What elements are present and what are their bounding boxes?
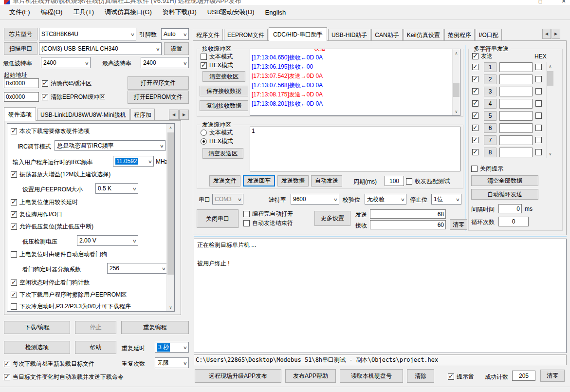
multi-string-scrollbar[interactable]: [546, 62, 554, 158]
beep-row[interactable]: 提示音: [448, 373, 474, 381]
menu-usb-driver[interactable]: USB驱动安装(D): [202, 8, 260, 17]
tab-eeprom-file[interactable]: EEPROM文件: [224, 29, 268, 41]
tab-usb-hid[interactable]: USB-HID助手: [328, 29, 370, 41]
tab-can[interactable]: CAN助手: [371, 29, 402, 41]
modify-hardware-checkbox[interactable]: [11, 128, 17, 134]
multi-send-7-button[interactable]: 7: [484, 135, 496, 145]
irc-mode-select[interactable]: 总是动态调节IRC频率: [55, 140, 165, 151]
clear-status-button[interactable]: 清除: [407, 369, 434, 383]
tab-program-file[interactable]: 程序文件: [193, 29, 223, 41]
lvr-checkbox[interactable]: [11, 224, 17, 230]
autoload-checkbox[interactable]: [4, 374, 10, 380]
send-file-button[interactable]: 发送文件: [209, 175, 240, 187]
menu-debug-interface[interactable]: 调试仿真接口(G): [99, 8, 157, 17]
check-options-button[interactable]: 检测选项: [4, 341, 70, 354]
menu-program[interactable]: 编程(O): [36, 8, 68, 17]
multi-hex-checkbox[interactable]: [535, 149, 542, 155]
scrollbar-thumb[interactable]: [547, 71, 553, 86]
option-erase-eeprom[interactable]: 下次下载用户程序时擦除用户EEPROM区: [11, 291, 127, 299]
maximize-button[interactable]: [531, 0, 550, 5]
multi-string-input[interactable]: [499, 123, 533, 133]
option-lvr[interactable]: 允许低压复位(禁止低压中断): [11, 223, 93, 231]
publish-app-button[interactable]: 远程现场升级APP发布: [195, 369, 281, 383]
multi-send-2-button[interactable]: 2: [484, 75, 496, 84]
multi-send-8-button[interactable]: 8: [484, 148, 496, 157]
close-button[interactable]: [554, 0, 570, 5]
option-wdt-auto[interactable]: 上电复位时由硬件自动启动看门狗: [11, 250, 107, 259]
com-port-select[interactable]: (COM3) USB-SERIAL CH340: [39, 42, 162, 55]
publish-app-help-button[interactable]: 发布APP帮助: [285, 369, 336, 383]
auto-eol-row[interactable]: 自动发送结束符: [243, 219, 293, 227]
tab-program-encrypt[interactable]: 程序加: [130, 109, 155, 121]
menu-download-docs[interactable]: 资料下载(D): [157, 8, 202, 17]
baud-select[interactable]: 9600: [291, 194, 339, 205]
clear-counters-button[interactable]: 清零: [450, 219, 467, 230]
option-reset-pin-io[interactable]: 复位脚用作I/O口: [11, 210, 62, 219]
auto-eol-checkbox[interactable]: [243, 220, 250, 226]
beep-checkbox[interactable]: [448, 373, 454, 380]
wdt-idle-checkbox[interactable]: [11, 280, 17, 286]
multi-send-all-row[interactable]: 发送: [472, 52, 493, 60]
open-program-file-button[interactable]: 打开程序文件: [128, 76, 189, 90]
code-address-input[interactable]: 0x0000: [4, 78, 39, 88]
tx-hex-mode-row[interactable]: HEX模式: [201, 137, 233, 146]
multi-row-checkbox[interactable]: [472, 149, 478, 155]
more-settings-button[interactable]: 更多设置: [314, 211, 350, 226]
repeat-program-button[interactable]: 重复编程: [121, 321, 189, 334]
por-delay-checkbox[interactable]: [11, 199, 17, 205]
status-output[interactable]: 正在检测目标单片机 ... 被用户终止 !: [194, 239, 567, 353]
period-input[interactable]: 100: [385, 176, 404, 186]
scan-port-button[interactable]: 扫描串口: [4, 42, 37, 55]
hardware-options-scrollbar[interactable]: [166, 124, 174, 311]
scroll-up-icon[interactable]: [167, 124, 174, 131]
repeat-times-select[interactable]: 无限: [155, 357, 189, 368]
copy-receive-button[interactable]: 复制接收数据: [200, 100, 248, 111]
auto-open-row[interactable]: 编程完自动打开: [243, 210, 293, 218]
download-program-button[interactable]: 下载/编程: [4, 321, 70, 334]
irc-freq-select[interactable]: 11.0592: [113, 156, 154, 167]
send-enter-button[interactable]: 发送回车: [243, 175, 275, 187]
max-baud-select[interactable]: 2400: [141, 57, 189, 68]
match-test-checkbox[interactable]: [406, 178, 412, 185]
multi-string-input[interactable]: [499, 148, 533, 157]
stop-bit-select[interactable]: 1位: [431, 194, 461, 205]
clear-receive-button[interactable]: 清空接收区: [202, 71, 245, 82]
wdt-div-select[interactable]: 256: [107, 263, 167, 274]
clear-eeprom-checkbox-row[interactable]: 清除EEPROM缓冲区: [42, 93, 105, 101]
clear-send-button[interactable]: 清空发送区: [202, 148, 243, 159]
menu-english[interactable]: English: [260, 9, 292, 16]
receive-log-scrollbar[interactable]: [452, 49, 460, 115]
tx-text-mode-radio[interactable]: [201, 130, 207, 136]
multi-string-input[interactable]: [499, 111, 533, 121]
multi-send-1-button[interactable]: 1: [484, 62, 496, 72]
option-osc-gain[interactable]: 振荡器放大增益(12M以上建议选择): [11, 170, 110, 179]
tab-serial-assistant[interactable]: CDC/HID-串口助手: [269, 27, 327, 41]
reload-target-checkbox-row[interactable]: 每次下载前都重新装载目标文件: [4, 360, 94, 368]
scroll-up-icon[interactable]: [453, 49, 460, 57]
right-tabs-scroll-right-button[interactable]: ▶: [552, 29, 560, 39]
match-test-row[interactable]: 收发匹配测试: [406, 177, 450, 186]
multi-row-checkbox[interactable]: [472, 88, 478, 94]
multi-hex-checkbox[interactable]: [535, 100, 542, 107]
multi-string-input[interactable]: [499, 99, 533, 109]
tab-examples[interactable]: 范例程序: [444, 29, 475, 41]
multi-send-5-button[interactable]: 5: [484, 111, 496, 121]
clear-code-checkbox-row[interactable]: 清除代码缓冲区: [42, 79, 92, 88]
tx-text-mode-row[interactable]: 文本模式: [201, 129, 233, 137]
multi-row-checkbox[interactable]: [472, 125, 478, 131]
scroll-down-icon[interactable]: [453, 108, 460, 115]
receive-log[interactable]: 发送 [17:13:04.650]接收←0D 0A [17:13:06.195]…: [250, 49, 460, 116]
multi-string-input[interactable]: [499, 87, 533, 96]
multi-row-checkbox[interactable]: [472, 137, 478, 143]
scroll-down-icon[interactable]: [167, 303, 174, 311]
help-button[interactable]: 帮助: [75, 341, 116, 354]
reset-pin-io-checkbox[interactable]: [11, 211, 17, 218]
tx-hex-mode-radio[interactable]: [201, 138, 207, 145]
auto-send-button[interactable]: 自动发送: [311, 175, 342, 187]
chip-model-select[interactable]: STC8H8K64U: [39, 28, 136, 40]
tab-offline-download[interactable]: USB-Link1D/U8W/U8W-Mini脱机: [37, 109, 129, 121]
tab-keil[interactable]: Keil仿真设置: [404, 29, 443, 41]
multi-string-input[interactable]: [499, 75, 533, 84]
rx-text-mode-row[interactable]: 文本模式: [201, 53, 233, 61]
option-por-delay[interactable]: 上电复位使用较长延时: [11, 198, 78, 206]
